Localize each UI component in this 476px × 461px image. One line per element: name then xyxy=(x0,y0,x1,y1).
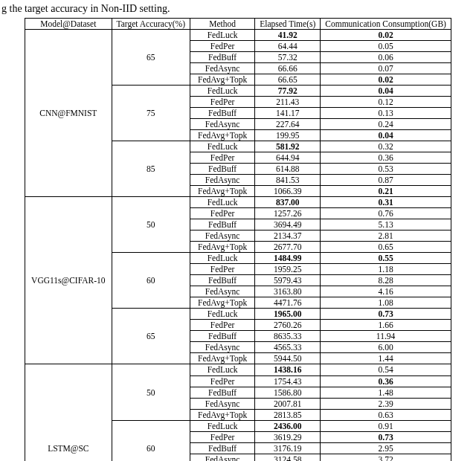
comm-cell: 0.73 xyxy=(321,431,451,442)
comm-cell: 0.55 xyxy=(321,253,451,264)
method-cell: FedAsync xyxy=(190,230,255,242)
header-row: Model@Dataset Target Accuracy(%) Method … xyxy=(25,19,451,30)
target-cell: 60 xyxy=(112,420,190,461)
method-cell: FedAsync xyxy=(190,63,255,74)
elapsed-cell: 8635.33 xyxy=(255,331,321,342)
comm-cell: 0.76 xyxy=(321,208,451,219)
table-row: VGG11s@CIFAR-1050FedLuck837.000.31 xyxy=(25,197,451,208)
elapsed-cell: 1438.16 xyxy=(255,364,321,375)
elapsed-cell: 199.95 xyxy=(255,130,321,141)
method-cell: FedLuck xyxy=(190,309,255,320)
comm-cell: 0.13 xyxy=(321,108,451,119)
model-cell: VGG11s@CIFAR-10 xyxy=(25,197,112,364)
elapsed-cell: 2007.81 xyxy=(255,398,321,409)
elapsed-cell: 1484.99 xyxy=(255,253,321,264)
comm-cell: 0.36 xyxy=(321,375,451,387)
method-cell: FedAvg+Topk xyxy=(190,130,255,141)
comm-cell: 2.81 xyxy=(321,230,451,242)
elapsed-cell: 77.92 xyxy=(255,86,321,97)
method-cell: FedAvg+Topk xyxy=(190,186,255,197)
comm-cell: 2.95 xyxy=(321,442,451,454)
target-cell: 75 xyxy=(112,86,190,141)
comm-cell: 5.13 xyxy=(321,219,451,230)
method-cell: FedLuck xyxy=(190,420,255,431)
results-table: Model@Dataset Target Accuracy(%) Method … xyxy=(25,18,451,461)
method-cell: FedPer xyxy=(190,431,255,442)
method-cell: FedAsync xyxy=(190,175,255,186)
method-cell: FedBuff xyxy=(190,219,255,230)
method-cell: FedAvg+Topk xyxy=(190,353,255,364)
elapsed-cell: 5979.43 xyxy=(255,275,321,286)
comm-cell: 0.07 xyxy=(321,63,451,74)
method-cell: FedAsync xyxy=(190,342,255,353)
target-cell: 50 xyxy=(112,364,190,420)
model-cell: LSTM@SC xyxy=(25,364,112,461)
elapsed-cell: 4471.76 xyxy=(255,297,321,309)
comm-cell: 0.02 xyxy=(321,74,451,86)
comm-cell: 0.36 xyxy=(321,152,451,164)
target-cell: 60 xyxy=(112,253,190,309)
elapsed-cell: 1257.26 xyxy=(255,208,321,219)
comm-cell: 0.87 xyxy=(321,175,451,186)
method-cell: FedBuff xyxy=(190,108,255,119)
comm-cell: 0.91 xyxy=(321,420,451,431)
method-cell: FedAvg+Topk xyxy=(190,242,255,253)
method-cell: FedAsync xyxy=(190,454,255,461)
elapsed-cell: 3694.49 xyxy=(255,219,321,230)
comm-cell: 0.21 xyxy=(321,186,451,197)
comm-cell: 1.08 xyxy=(321,297,451,309)
method-cell: FedAsync xyxy=(190,119,255,130)
table-row: CNN@FMNIST65FedLuck41.920.02 xyxy=(25,30,451,41)
elapsed-cell: 5944.50 xyxy=(255,353,321,364)
elapsed-cell: 2436.00 xyxy=(255,420,321,431)
method-cell: FedBuff xyxy=(190,52,255,63)
target-cell: 65 xyxy=(112,30,190,86)
method-cell: FedBuff xyxy=(190,387,255,398)
method-cell: FedPer xyxy=(190,264,255,275)
target-cell: 50 xyxy=(112,197,190,253)
elapsed-cell: 57.32 xyxy=(255,52,321,63)
comm-cell: 1.44 xyxy=(321,353,451,364)
elapsed-cell: 1754.43 xyxy=(255,375,321,387)
method-cell: FedPer xyxy=(190,97,255,108)
comm-cell: 0.04 xyxy=(321,86,451,97)
model-cell: CNN@FMNIST xyxy=(25,30,112,197)
elapsed-cell: 141.17 xyxy=(255,108,321,119)
comm-cell: 2.39 xyxy=(321,398,451,409)
comm-cell: 1.18 xyxy=(321,264,451,275)
elapsed-cell: 1066.39 xyxy=(255,186,321,197)
elapsed-cell: 1586.80 xyxy=(255,387,321,398)
elapsed-cell: 614.88 xyxy=(255,164,321,175)
method-cell: FedLuck xyxy=(190,141,255,152)
col-target: Target Accuracy(%) xyxy=(112,19,190,30)
elapsed-cell: 66.65 xyxy=(255,74,321,86)
comm-cell: 0.65 xyxy=(321,242,451,253)
elapsed-cell: 1965.00 xyxy=(255,309,321,320)
elapsed-cell: 3163.80 xyxy=(255,286,321,297)
elapsed-cell: 2677.70 xyxy=(255,242,321,253)
method-cell: FedPer xyxy=(190,41,255,52)
elapsed-cell: 841.53 xyxy=(255,175,321,186)
method-cell: FedBuff xyxy=(190,275,255,286)
target-cell: 65 xyxy=(112,309,190,364)
method-cell: FedBuff xyxy=(190,331,255,342)
method-cell: FedPer xyxy=(190,375,255,387)
col-elapsed: Elapsed Time(s) xyxy=(255,19,321,30)
comm-cell: 1.66 xyxy=(321,320,451,331)
comm-cell: 0.54 xyxy=(321,364,451,375)
comm-cell: 0.53 xyxy=(321,164,451,175)
elapsed-cell: 644.94 xyxy=(255,152,321,164)
method-cell: FedPer xyxy=(190,152,255,164)
method-cell: FedLuck xyxy=(190,197,255,208)
col-model: Model@Dataset xyxy=(25,19,112,30)
comm-cell: 8.28 xyxy=(321,275,451,286)
method-cell: FedLuck xyxy=(190,86,255,97)
method-cell: FedBuff xyxy=(190,442,255,454)
method-cell: FedLuck xyxy=(190,364,255,375)
elapsed-cell: 211.43 xyxy=(255,97,321,108)
col-method: Method xyxy=(190,19,255,30)
elapsed-cell: 66.66 xyxy=(255,63,321,74)
method-cell: FedPer xyxy=(190,320,255,331)
method-cell: FedPer xyxy=(190,208,255,219)
elapsed-cell: 2813.85 xyxy=(255,409,321,420)
